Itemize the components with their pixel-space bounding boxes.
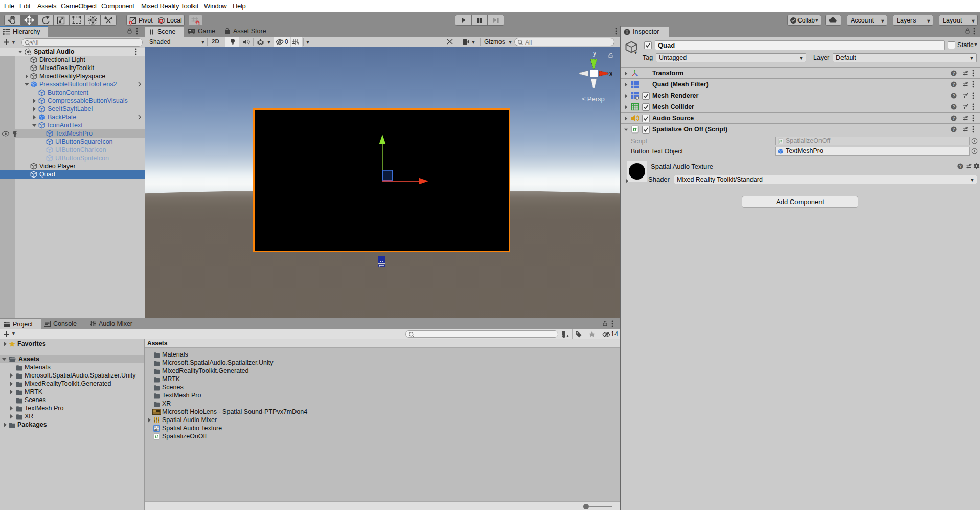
svg-text:x: x — [609, 70, 612, 77]
svg-text:y: y — [593, 50, 596, 57]
